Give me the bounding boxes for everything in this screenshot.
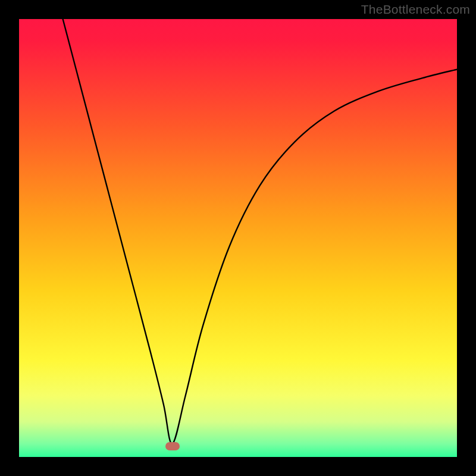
minimum-marker [165, 442, 180, 450]
bottleneck-curve [63, 19, 457, 444]
chart-frame: TheBottleneck.com [0, 0, 476, 476]
curve-layer [19, 19, 457, 457]
watermark-text: TheBottleneck.com [361, 2, 470, 17]
plot-area [19, 19, 457, 457]
